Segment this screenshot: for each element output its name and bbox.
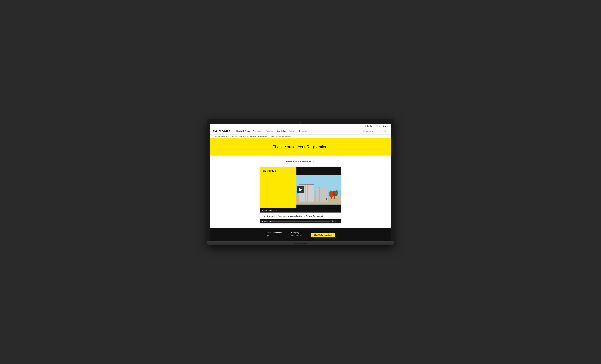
video-left-panel: SARTRIUS Simplifying Progress [260,167,296,212]
signin-link[interactable]: Sign in [383,125,388,127]
footer-imprint-link[interactable]: Imprint [266,235,282,237]
svg-point-25 [335,191,338,195]
svg-rect-24 [334,196,335,199]
play-button[interactable] [297,186,304,193]
main-nav: SARTRIUS Research Areas Applications Pro… [210,128,391,134]
video-preview: SARTRIUS Simplifying Progress [260,167,341,212]
svg-rect-4 [300,184,314,185]
video-tagline: Simplifying Progress [260,208,296,212]
nav-services[interactable]: Services [289,129,296,133]
video-player[interactable]: SARTRIUS Simplifying Progress [260,167,341,223]
footer-company: Company About Sartorius [291,232,302,237]
play-pause-button[interactable]: ▶ [261,220,263,222]
footer-general-info: General Information Imprint [266,232,282,237]
language-label: English [367,125,373,127]
top-bar: English eShop Sign in [210,124,391,128]
svg-point-27 [326,198,327,199]
search-icon[interactable]: 🔍 [384,130,387,132]
video-controls: ▶ 40:06 🔊 ⚙ ⛶ [260,219,341,223]
search-box: 🔍 [362,129,388,133]
play-icon [300,188,302,191]
video-duration: 40:06 [264,220,268,222]
breadcrumb: Homepage » From Expression to Function: … [210,134,391,138]
main-content: Please enjoy the webinar below. SARTRIUS… [210,155,391,228]
nav-research-areas[interactable]: Research Areas [236,129,250,133]
search-input[interactable] [363,130,383,132]
video-title: From Expression to Function: Advanced Ap… [262,215,339,217]
video-info-bar: From Expression to Function: Advanced Ap… [260,212,341,220]
nav-company[interactable]: Company [299,129,307,133]
footer-newsletter: Sign Up for Newsletter [311,232,335,237]
footer-about-link[interactable]: About Sartorius [291,235,302,237]
newsletter-signup-button[interactable]: Sign Up for Newsletter [311,233,335,237]
video-logo: SARTRIUS [262,169,294,172]
nav-items: Research Areas Applications Products Kno… [236,129,359,133]
footer: General Information Imprint Company Abou… [210,228,391,241]
footer-company-heading: Company [291,232,302,234]
progress-dot [270,221,271,222]
laptop-notch [294,243,307,244]
hero-title: Thank You for Your Registration. [213,144,388,149]
hero-banner: Thank You for Your Registration. [210,138,391,155]
volume-icon[interactable]: 🔊 [331,220,334,222]
language-selector[interactable]: English [365,125,373,127]
svg-rect-23 [331,197,332,199]
nav-applications[interactable]: Applications [252,129,263,133]
globe-icon [365,125,367,127]
site-logo[interactable]: SARTRIUS [213,129,231,133]
nav-knowledge[interactable]: Knowledge [276,129,286,133]
settings-icon[interactable]: ⚙ [335,220,337,222]
fullscreen-icon[interactable]: ⛶ [338,220,340,222]
eshop-link[interactable]: eShop [375,125,381,127]
nav-products[interactable]: Products [266,129,274,133]
video-ctrl-icons: 🔊 ⚙ ⛶ [331,220,340,222]
laptop-base [207,241,394,245]
subtitle: Please enjoy the webinar below. [286,160,315,163]
laptop-camera [300,122,301,124]
footer-general-info-heading: General Information [266,232,282,234]
svg-rect-26 [336,195,337,196]
progress-bar[interactable] [269,221,330,221]
